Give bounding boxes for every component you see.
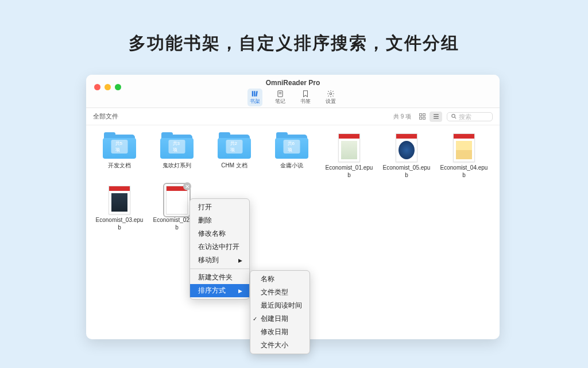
menu-sort-by[interactable]: 排序方式▶ (190, 284, 249, 297)
tab-label: 书签 (300, 98, 311, 105)
titlebar: OmniReader Pro 书架 笔记 书签 设置 (86, 75, 500, 108)
tab-label: 笔记 (275, 98, 285, 105)
book-item[interactable]: Economist_03.epub (91, 186, 148, 231)
svg-point-14 (452, 114, 455, 118)
book-cover (338, 133, 360, 162)
main-tabs: 书架 笔记 书签 设置 (86, 89, 500, 106)
sub-toolbar: 全部文件 共 9 项 (86, 108, 500, 125)
sort-name[interactable]: 名称 (250, 273, 310, 286)
tab-notes[interactable]: 笔记 (273, 89, 288, 106)
sort-type[interactable]: 文件类型 (250, 286, 310, 299)
svg-point-6 (330, 93, 332, 95)
sort-created[interactable]: ✓创建日期 (250, 312, 310, 325)
tab-bookshelf[interactable]: 书架 (247, 89, 262, 106)
notes-icon (276, 90, 285, 98)
svg-rect-7 (419, 114, 421, 116)
menu-open[interactable]: 打开 (190, 201, 249, 214)
minimize-window-button[interactable] (105, 84, 111, 90)
menu-delete[interactable]: 删除 (190, 214, 249, 227)
svg-rect-0 (252, 91, 253, 96)
folder-item[interactable]: 共6项 金庸小说 (263, 133, 320, 179)
search-icon (451, 113, 457, 120)
folder-label: 金庸小说 (280, 162, 303, 170)
folder-item[interactable]: 共3项 鬼吹灯系列 (148, 133, 206, 179)
search-field[interactable] (447, 112, 493, 121)
folder-icon: 共6项 (275, 133, 308, 159)
folder-count-badge: 共6项 (284, 140, 300, 154)
folder-count-badge: 共2项 (226, 140, 243, 154)
remove-item-button[interactable]: ✕ (183, 182, 191, 190)
menu-move-to[interactable]: 移动到▶ (190, 254, 249, 267)
bookmark-icon (301, 90, 310, 98)
book-item[interactable]: Economist_05.epub (378, 133, 435, 179)
tab-label: 书架 (250, 98, 260, 105)
folder-count-badge: 共3项 (169, 140, 185, 154)
content-grid: 共5项 开发文档 共3项 鬼吹灯系列 共2项 CHM 文档 共6项 金庸小说 E… (86, 125, 500, 246)
book-cover (166, 186, 188, 214)
view-mode-switch (416, 112, 442, 122)
check-icon: ✓ (253, 316, 257, 322)
tab-settings[interactable]: 设置 (323, 89, 338, 106)
book-item[interactable]: Economist_04.epub (435, 133, 493, 179)
folder-icon: 共3项 (160, 133, 194, 159)
folder-item[interactable]: 共5项 开发文档 (91, 133, 148, 179)
sort-size[interactable]: 文件大小 (250, 339, 310, 352)
book-item[interactable]: Economist_01.epub (320, 133, 378, 179)
window-title: OmniReader Pro (86, 75, 500, 87)
grid-view-button[interactable] (416, 112, 428, 122)
folder-label: 开发文档 (108, 162, 131, 170)
sort-submenu: 名称 文件类型 最近阅读时间 ✓创建日期 修改日期 文件大小 (250, 270, 310, 354)
close-window-button[interactable] (94, 84, 100, 90)
chevron-right-icon: ▶ (238, 258, 242, 263)
menu-new-folder[interactable]: 新建文件夹 (190, 271, 249, 284)
list-view-button[interactable] (430, 112, 442, 122)
search-input[interactable] (459, 113, 489, 120)
tab-label: 设置 (326, 98, 336, 105)
tab-bookmarks[interactable]: 书签 (298, 89, 313, 106)
svg-rect-9 (419, 117, 421, 120)
traffic-lights (94, 84, 121, 90)
book-cover (396, 133, 417, 162)
chevron-right-icon: ▶ (238, 288, 242, 294)
svg-line-15 (455, 117, 457, 119)
book-label: Economist_03.epub (95, 217, 144, 231)
context-menu: 打开 删除 修改名称 在访达中打开 移动到▶ 新建文件夹 排序方式▶ (189, 198, 250, 300)
book-cover (109, 186, 130, 214)
folder-icon: 共2项 (218, 133, 251, 159)
folder-icon: 共5项 (103, 133, 136, 159)
marketing-headline: 多功能书架，自定义排序搜索，文件分组 (0, 0, 588, 55)
menu-reveal-in-finder[interactable]: 在访达中打开 (190, 240, 249, 254)
folder-label: 鬼吹灯系列 (163, 162, 191, 170)
folder-label: CHM 文档 (221, 162, 247, 170)
sort-modified[interactable]: 修改日期 (250, 325, 310, 339)
book-cover (453, 133, 475, 162)
bookshelf-icon (250, 90, 260, 98)
folder-item[interactable]: 共2项 CHM 文档 (206, 133, 263, 179)
list-icon (432, 113, 440, 120)
grid-icon (419, 113, 426, 120)
svg-rect-2 (256, 91, 258, 97)
gear-icon (326, 90, 335, 98)
book-label: Economist_04.epub (439, 164, 489, 179)
svg-rect-8 (423, 114, 425, 116)
menu-rename[interactable]: 修改名称 (190, 227, 249, 240)
svg-rect-1 (254, 91, 255, 96)
folder-count-badge: 共5项 (111, 140, 128, 154)
sort-recent[interactable]: 最近阅读时间 (250, 299, 310, 312)
item-count: 共 9 项 (393, 113, 411, 121)
breadcrumb[interactable]: 全部文件 (93, 112, 118, 121)
svg-rect-10 (423, 117, 425, 120)
app-window: OmniReader Pro 书架 笔记 书签 设置 全部文件 共 9 项 (86, 75, 500, 339)
book-label: Economist_05.epub (382, 164, 431, 179)
book-label: Economist_01.epub (324, 164, 374, 179)
menu-separator (190, 269, 249, 269)
zoom-window-button[interactable] (115, 84, 121, 90)
